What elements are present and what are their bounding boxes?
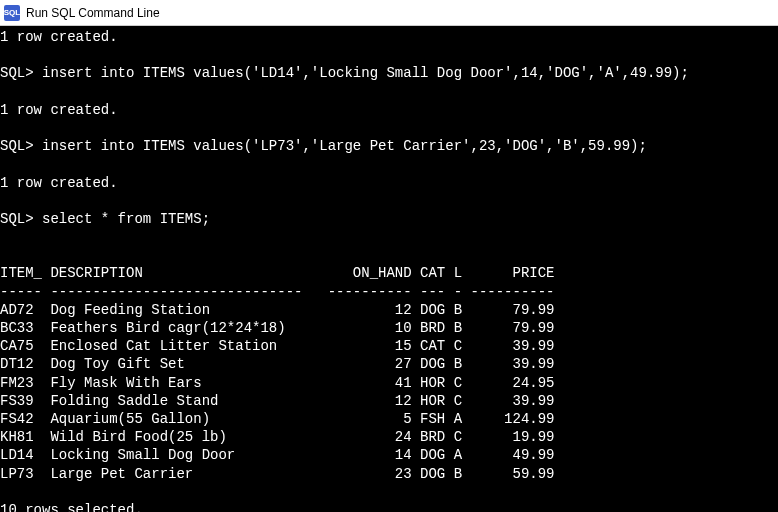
sql-app-icon: SQL bbox=[4, 5, 20, 21]
window-title-bar: SQL Run SQL Command Line bbox=[0, 0, 778, 26]
window-title-text: Run SQL Command Line bbox=[26, 6, 160, 20]
terminal-output[interactable]: 1 row created. SQL> insert into ITEMS va… bbox=[0, 26, 778, 512]
